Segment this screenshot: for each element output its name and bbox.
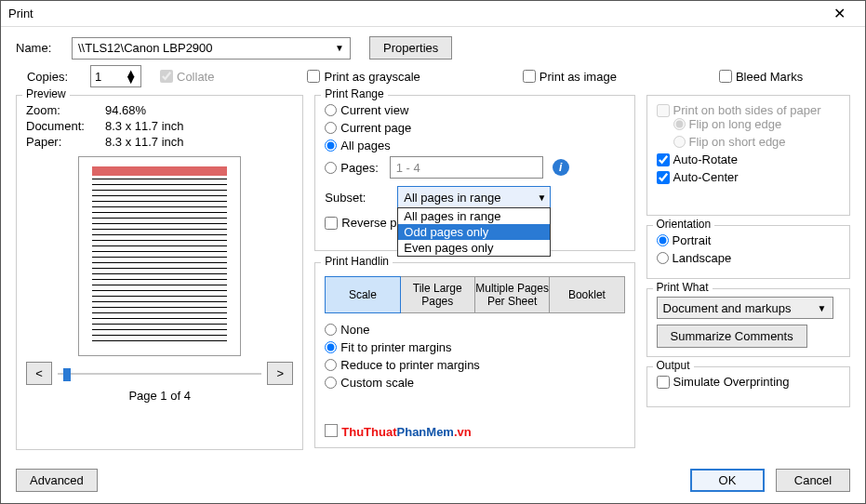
copies-label: Copies:: [16, 70, 72, 84]
subset-option-even[interactable]: Even pages only: [398, 240, 550, 256]
bleed-marks-checkbox[interactable]: Bleed Marks: [719, 70, 803, 84]
auto-center-checkbox[interactable]: Auto-Center: [657, 170, 841, 184]
printer-select[interactable]: \\TLS12\Canon LBP2900 ▼: [72, 37, 351, 60]
watermark: ThuThuatPhanMem.vn: [325, 418, 471, 442]
scale-none-radio[interactable]: [325, 324, 337, 336]
subset-combo[interactable]: All pages in range ▼: [397, 186, 551, 208]
copies-value: 1: [95, 70, 101, 84]
output-group: Output Simulate Overprinting: [646, 366, 851, 407]
landscape-radio[interactable]: [657, 252, 669, 264]
printer-select-value: \\TLS12\Canon LBP2900: [78, 41, 213, 55]
duplex-group: Print on both sides of paper Flip on lon…: [646, 95, 851, 216]
print-range-group: Print Range Current view Current page Al…: [314, 95, 634, 251]
auto-rotate-checkbox[interactable]: Auto-Rotate: [657, 153, 841, 166]
print-dialog: Print ✕ Name: \\TLS12\Canon LBP2900 ▼ Pr…: [0, 0, 866, 504]
pages-radio[interactable]: [325, 162, 337, 174]
all-pages-radio[interactable]: [325, 139, 337, 152]
tab-tile[interactable]: Tile Large Pages: [401, 276, 475, 313]
summarize-comments-button[interactable]: Summarize Comments: [657, 325, 807, 348]
subset-option-odd[interactable]: Odd pages only: [398, 224, 550, 240]
titlebar: Print ✕: [1, 1, 865, 27]
portrait-radio[interactable]: [657, 234, 669, 246]
paper-size: 8.3 x 11.7 inch: [105, 135, 184, 149]
collate-checkbox: Collate: [160, 70, 214, 84]
scale-fit-radio[interactable]: [325, 341, 337, 353]
tab-booklet[interactable]: Booklet: [550, 276, 624, 313]
prev-page-button[interactable]: <: [26, 362, 52, 385]
current-view-radio[interactable]: [325, 104, 337, 116]
print-what-select[interactable]: Document and markups ▼: [657, 297, 833, 319]
print-what-group: Print What Document and markups ▼ Summar…: [646, 288, 851, 357]
next-page-button[interactable]: >: [267, 362, 293, 385]
name-label: Name:: [16, 41, 72, 55]
properties-button[interactable]: Properties: [369, 36, 452, 60]
preview-group: Preview Zoom:94.68% Document:8.3 x 11.7 …: [16, 95, 303, 450]
chevron-down-icon: ▼: [537, 192, 546, 203]
ok-button[interactable]: OK: [690, 469, 765, 492]
close-button[interactable]: ✕: [820, 3, 858, 25]
chevron-down-icon: ▼: [818, 303, 827, 313]
print-handling-group: Print Handlin Scale Tile Large Pages Mul…: [314, 262, 634, 448]
cancel-button[interactable]: Cancel: [776, 469, 850, 492]
window-title: Print: [8, 7, 820, 20]
orientation-group: Orientation Portrait Landscape: [646, 225, 851, 279]
tab-multiple[interactable]: Multiple Pages Per Sheet: [475, 276, 550, 313]
pages-input[interactable]: [390, 156, 543, 179]
current-page-radio[interactable]: [325, 122, 337, 134]
advanced-button[interactable]: Advanced: [16, 469, 98, 492]
subset-dropdown: All pages in range Odd pages only Even p…: [397, 207, 551, 257]
chevron-down-icon: ▼: [335, 43, 344, 53]
scale-reduce-radio[interactable]: [325, 359, 337, 371]
grayscale-checkbox[interactable]: Print as grayscale: [307, 70, 420, 84]
tab-scale[interactable]: Scale: [325, 276, 400, 313]
print-as-image-checkbox[interactable]: Print as image: [523, 70, 617, 84]
flip-long-radio: [673, 118, 686, 130]
subset-option-all[interactable]: All pages in range: [398, 208, 550, 224]
page-preview: [78, 156, 241, 356]
simulate-overprinting-checkbox[interactable]: Simulate Overprinting: [657, 375, 841, 389]
page-slider[interactable]: [58, 365, 261, 382]
flip-short-radio: [673, 136, 686, 148]
zoom-value: 94.68%: [105, 103, 146, 117]
preview-legend: Preview: [22, 87, 70, 100]
spinner-buttons[interactable]: ▲▼: [125, 70, 137, 83]
both-sides-checkbox: Print on both sides of paper: [657, 103, 841, 117]
info-icon[interactable]: i: [553, 159, 569, 176]
scale-custom-radio[interactable]: [325, 377, 337, 389]
document-size: 8.3 x 11.7 inch: [105, 119, 184, 133]
copies-spinner[interactable]: 1 ▲▼: [90, 65, 141, 87]
page-status: Page 1 of 4: [26, 389, 293, 403]
